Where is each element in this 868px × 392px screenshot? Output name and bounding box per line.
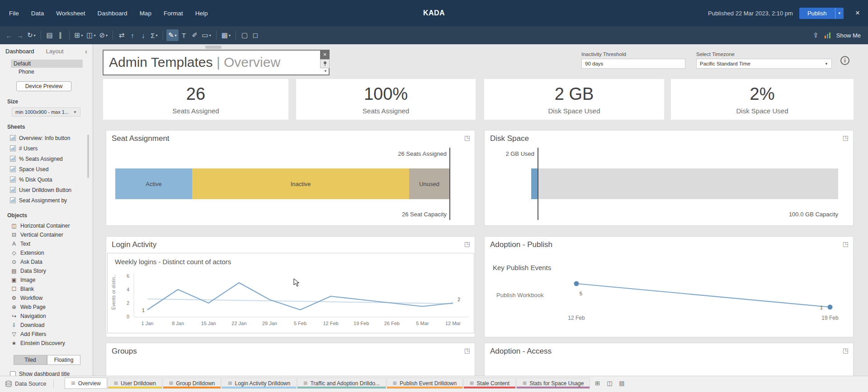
go-to-sheet-icon[interactable]: ◳ — [464, 240, 470, 247]
sort-ascending-icon[interactable]: ↑ — [127, 29, 138, 41]
go-to-sheet-icon[interactable]: ◳ — [843, 347, 849, 354]
sheets-scrollbar[interactable] — [87, 135, 89, 178]
groups-panel[interactable]: Groups ◳ — [106, 343, 475, 376]
clear-sheet-icon[interactable]: ⊘▾ — [97, 29, 109, 41]
redo-icon[interactable]: → — [14, 29, 25, 41]
kpi-card-seats-assigned-count[interactable]: 26 Seats Assigned — [103, 79, 288, 120]
tab-login-activity-drilldown[interactable]: ⊞Login Activity Drilldown — [222, 378, 297, 389]
login-activity-panel[interactable]: Login Activity ◳ Weekly logins - Distinc… — [106, 236, 475, 337]
remove-object-icon[interactable]: × — [320, 50, 330, 59]
tab-stats-for-space-usage[interactable]: ⊞Stats for Space Usage — [516, 378, 590, 389]
object-menu-caret-icon[interactable]: ▼ — [324, 69, 327, 73]
close-icon[interactable]: × — [855, 9, 860, 18]
format-icon[interactable]: ▭▾ — [200, 29, 213, 41]
tab-overview[interactable]: ⊞Overview — [65, 378, 107, 389]
adoption-publish-panel[interactable]: Adoption - Publish ◳ Key Publish Events … — [484, 236, 854, 337]
object-item-extension[interactable]: ◇Extension — [0, 248, 93, 257]
object-item-vertical-container[interactable]: ⊟Vertical Container — [0, 230, 93, 239]
sheet-item-seat-assignment-by[interactable]: Seat Assignment by — [0, 195, 93, 205]
sheet-item-user-drilldown-button[interactable]: User Drilldown Button — [0, 185, 93, 195]
highlight-icon[interactable]: ✎▾ — [166, 29, 179, 41]
object-item-text[interactable]: AText — [0, 239, 93, 248]
login-activity-chart[interactable]: Weekly logins - Distinct count of actors… — [107, 253, 474, 333]
object-item-download[interactable]: ⇩Download — [0, 321, 93, 330]
publish-events-line-chart-svg[interactable]: 5112 Feb19 Feb — [485, 237, 853, 337]
publish-dropdown-icon[interactable]: ▾ — [835, 8, 844, 19]
seat-segment-unused[interactable]: Unused — [409, 168, 449, 199]
floating-button[interactable]: Floating — [47, 355, 80, 365]
sheet-item-overview-info-button[interactable]: Overview: Info button — [0, 133, 93, 143]
show-me-grid-icon[interactable]: ▦▾ — [220, 29, 232, 41]
sheet-item-seats-assigned[interactable]: % Seats Assigned — [0, 154, 93, 164]
object-item-add-filters[interactable]: ▽Add Filters — [0, 330, 93, 339]
kpi-card-seats-assigned-pct[interactable]: 100% Seats Assigned — [296, 79, 476, 120]
device-item-default[interactable]: Default — [11, 60, 83, 68]
menu-map[interactable]: Map — [140, 10, 151, 17]
collapse-sidebar-icon[interactable]: ‹ — [85, 47, 87, 55]
publish-button[interactable]: Publish — [799, 8, 835, 19]
object-item-workflow[interactable]: ⚙Workflow — [0, 294, 93, 303]
go-to-sheet-icon[interactable]: ◳ — [843, 134, 849, 141]
new-worksheet-toolbar-icon[interactable]: ⊞▾ — [73, 29, 85, 41]
sheet-item-space-used[interactable]: Space Used — [0, 164, 93, 174]
object-item-web-page[interactable]: ⊕Web Page — [0, 303, 93, 312]
object-item-blank[interactable]: ☐Blank — [0, 285, 93, 294]
show-mark-labels-icon[interactable]: T — [179, 29, 189, 41]
sheet-item-users[interactable]: # Users — [0, 143, 93, 154]
info-icon[interactable]: i — [840, 56, 849, 65]
object-item-einstein-discovery[interactable]: ★Einstein Discovery — [0, 339, 93, 348]
disk-used-segment[interactable] — [531, 168, 538, 199]
fix-axes-icon[interactable]: ✐ — [189, 29, 200, 41]
tab-layout[interactable]: Layout — [46, 48, 64, 55]
tab-stale-content[interactable]: ⊞Stale Content — [463, 378, 516, 389]
object-item-horizontal-container[interactable]: ◫Horizontal Container — [0, 221, 93, 230]
disk-space-panel[interactable]: Disk Space ◳ 2 GB Used 100.0 GB Capacity — [484, 130, 854, 226]
new-worksheet-icon[interactable]: ⊞ — [592, 378, 603, 388]
container-drag-handle[interactable] — [205, 46, 222, 49]
menu-file[interactable]: File — [9, 10, 19, 17]
size-select[interactable]: min 1000x900 - max 1... ▼ — [12, 107, 80, 117]
new-story-icon[interactable]: ▤ — [616, 378, 627, 388]
kpi-card-disk-used-pct[interactable]: 2% Disk Space Used — [671, 79, 854, 120]
menu-dashboard[interactable]: Dashboard — [98, 10, 127, 17]
object-item-ask-data[interactable]: ⊙Ask Data — [0, 257, 93, 266]
tab-publish-event-drilldown[interactable]: ⊞Publish Event Drilldown — [387, 378, 463, 389]
adoption-access-panel[interactable]: Adoption - Access ◳ — [484, 343, 854, 376]
dashboard-title-object[interactable]: Admin Templates | Overview × ▼ — [103, 50, 330, 75]
pause-updates-icon[interactable]: ∥ — [55, 29, 66, 41]
refresh-data-icon[interactable]: ▤ — [44, 29, 55, 41]
login-line-chart-svg[interactable]: 02461 Jan8 Jan15 Jan22 Jan29 Jan5 Feb12 … — [108, 253, 474, 333]
tab-user-drilldown[interactable]: ⊞User Drilldown — [108, 378, 162, 389]
replay-icon[interactable]: ↻▾ — [25, 29, 38, 41]
dashboard-canvas[interactable]: Admin Templates | Overview × ▼ Inactivit… — [94, 44, 868, 376]
seat-segment-inactive[interactable]: Inactive — [192, 168, 409, 199]
duplicate-icon[interactable]: ◫▾ — [85, 29, 97, 41]
device-preview-toolbar-icon[interactable]: ▢ — [239, 29, 250, 41]
object-item-navigation[interactable]: ↪Navigation — [0, 312, 93, 321]
tiled-button[interactable]: Tiled — [14, 355, 47, 365]
presentation-mode-icon[interactable]: ◻ — [250, 29, 261, 41]
menu-worksheet[interactable]: Worksheet — [56, 10, 85, 17]
tab-group-drilldown[interactable]: ⊞Group Drilldown — [163, 378, 221, 389]
tab-traffic-and-adoption-drilldo[interactable]: ⊞Traffic and Adoption Drilldo... — [297, 378, 386, 389]
sheet-item-disk-quota[interactable]: % Disk Quota — [0, 174, 93, 185]
data-source-tab[interactable]: Data Source — [0, 376, 53, 392]
sort-descending-icon[interactable]: ↓ — [138, 29, 149, 41]
kpi-card-disk-used-gb[interactable]: 2 GB Disk Space Used — [484, 79, 664, 120]
pin-icon[interactable] — [320, 59, 330, 68]
go-to-sheet-icon[interactable]: ◳ — [464, 347, 470, 354]
show-me-button[interactable]: Show Me — [836, 32, 861, 39]
inactivity-threshold-input[interactable]: 90 days — [581, 59, 685, 69]
seat-assignment-panel[interactable]: Seat Assignment ◳ 26 Seats Assigned Acti… — [106, 130, 475, 226]
share-icon[interactable]: ⇪ — [813, 31, 819, 39]
totals-icon[interactable]: Σ▾ — [149, 29, 160, 41]
tab-dashboard[interactable]: Dashboard — [5, 48, 34, 55]
go-to-sheet-icon[interactable]: ◳ — [464, 134, 470, 141]
object-item-image[interactable]: ▣Image — [0, 275, 93, 285]
device-item-phone[interactable]: Phone — [11, 68, 83, 76]
menu-format[interactable]: Format — [164, 10, 183, 17]
object-item-data-story[interactable]: ▤Data Story — [0, 266, 93, 275]
undo-icon[interactable]: ← — [4, 29, 14, 41]
menu-data[interactable]: Data — [31, 10, 44, 17]
device-preview-button[interactable]: Device Preview — [16, 81, 71, 91]
